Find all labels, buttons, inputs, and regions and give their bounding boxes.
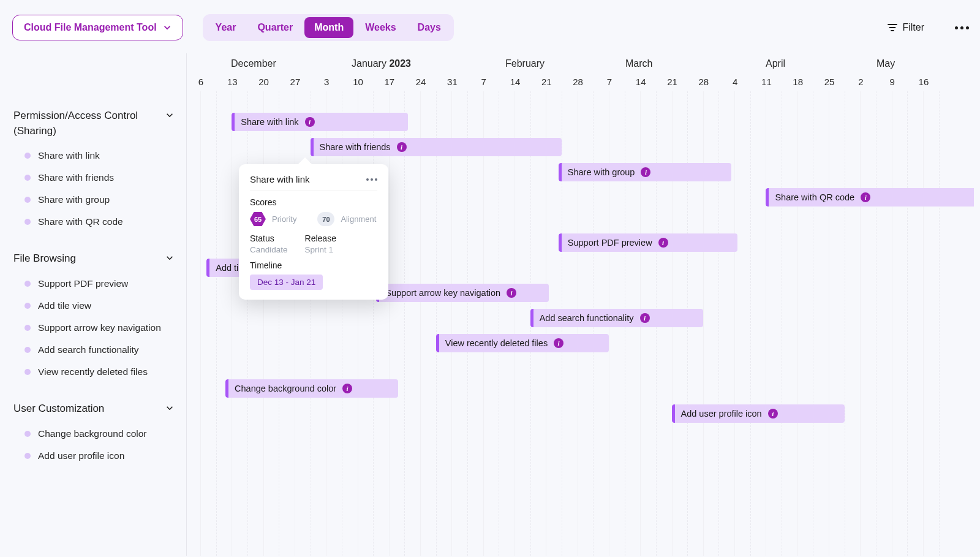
bullet-icon	[24, 347, 31, 353]
gantt-bar[interactable]: Change background colori	[225, 379, 398, 398]
day-label: 18	[791, 77, 805, 87]
day-label: 9	[886, 77, 899, 87]
bullet-icon	[24, 219, 31, 225]
project-name: Cloud File Management Tool	[24, 22, 157, 33]
gantt-bar-label: Share with link	[241, 117, 298, 127]
group-title: Permission/Access Control (Sharing)	[13, 108, 151, 138]
day-label: 21	[540, 77, 553, 87]
release-value: Sprint 1	[305, 245, 336, 254]
gantt-bar[interactable]: Share with QR codei	[766, 188, 974, 207]
gantt-bar-label: View recently deleted files	[445, 338, 548, 348]
alignment-score-badge: 70	[317, 212, 334, 226]
popover-more-menu[interactable]	[366, 178, 377, 181]
day-label: 21	[666, 77, 679, 87]
more-menu[interactable]	[950, 21, 974, 34]
info-icon[interactable]: i	[397, 142, 407, 152]
bullet-icon	[24, 281, 31, 287]
gantt-bar[interactable]: Support arrow key navigationi	[376, 284, 549, 302]
sidebar-item[interactable]: Add tile view	[13, 295, 186, 317]
group-title: File Browsing	[13, 251, 76, 267]
info-icon[interactable]: i	[342, 384, 352, 393]
sidebar-item[interactable]: Share with link	[13, 145, 186, 167]
filter-label: Filter	[902, 22, 924, 33]
gantt-bar-label: Share with group	[568, 167, 635, 177]
info-icon[interactable]: i	[305, 117, 315, 127]
toolbar: Cloud File Management Tool Year Quarter …	[12, 14, 974, 41]
gantt-bar[interactable]: Support PDF previewi	[559, 233, 737, 252]
sidebar-item[interactable]: Add user profile icon	[13, 445, 186, 467]
sidebar-item[interactable]: Support PDF preview	[13, 273, 186, 295]
bullet-icon	[24, 325, 31, 331]
day-label: 14	[634, 77, 647, 87]
gantt-bar[interactable]: Share with friendsi	[311, 138, 562, 156]
bullet-icon	[24, 431, 31, 437]
group-header[interactable]: Permission/Access Control (Sharing)	[13, 102, 186, 145]
month-label: March	[625, 58, 652, 69]
info-icon[interactable]: i	[658, 238, 668, 248]
gantt-bar[interactable]: View recently deleted filesi	[436, 334, 609, 352]
gantt-bar[interactable]: Share with linki	[232, 113, 407, 131]
group-header[interactable]: File Browsing	[13, 245, 186, 273]
bullet-icon	[24, 153, 31, 159]
gantt-bar-label: Add user profile icon	[681, 409, 762, 419]
popover-title: Share with link	[250, 174, 310, 184]
bullet-icon	[24, 369, 31, 375]
view-days[interactable]: Days	[408, 17, 451, 38]
day-label: 11	[760, 77, 773, 87]
content: Permission/Access Control (Sharing)Share…	[12, 53, 974, 556]
priority-score-badge: 65	[250, 212, 266, 226]
alignment-score-label: Alignment	[341, 214, 376, 224]
day-label: 28	[697, 77, 710, 87]
timeline-value[interactable]: Dec 13 - Jan 21	[250, 275, 323, 290]
project-selector[interactable]: Cloud File Management Tool	[12, 15, 183, 40]
chevron-down-icon	[163, 23, 172, 32]
sidebar-item[interactable]: Support arrow key navigation	[13, 317, 186, 339]
day-label: 4	[728, 77, 742, 87]
day-label: 25	[823, 77, 836, 87]
gantt-bar[interactable]: Share with groupi	[559, 163, 731, 181]
status-value: Candidate	[250, 245, 288, 254]
view-year[interactable]: Year	[206, 17, 246, 38]
view-quarter[interactable]: Quarter	[247, 17, 303, 38]
sidebar-item[interactable]: Share with friends	[13, 167, 186, 189]
chevron-down-icon	[165, 254, 174, 262]
month-label: February	[505, 58, 545, 69]
app-root: Cloud File Management Tool Year Quarter …	[0, 0, 980, 556]
view-switch: Year Quarter Month Weeks Days	[203, 14, 454, 41]
sidebar-item[interactable]: Share with QR code	[13, 211, 186, 233]
bullet-icon	[24, 303, 31, 309]
sidebar-item[interactable]: Share with group	[13, 189, 186, 211]
info-icon[interactable]: i	[640, 313, 650, 323]
timeline-label: Timeline	[250, 260, 377, 270]
info-icon[interactable]: i	[554, 338, 564, 348]
gantt-bar[interactable]: Add user profile iconi	[672, 404, 845, 423]
sidebar-item[interactable]: Change background color	[13, 423, 186, 445]
info-icon[interactable]: i	[507, 288, 516, 298]
chevron-down-icon	[165, 404, 174, 412]
sidebar-item-label: Share with friends	[38, 172, 114, 183]
filter-button[interactable]: Filter	[881, 18, 930, 37]
day-label: 13	[225, 77, 239, 87]
day-label: 10	[352, 77, 365, 87]
view-weeks[interactable]: Weeks	[355, 17, 405, 38]
day-label: 17	[383, 77, 396, 87]
gantt-bar-label: Support PDF preview	[568, 238, 652, 248]
gantt-bar-label: Add search functionality	[540, 313, 634, 323]
info-icon[interactable]: i	[861, 192, 870, 202]
bullet-icon	[24, 453, 31, 459]
group-header[interactable]: User Customization	[13, 395, 186, 423]
gantt-bar-label: Change background color	[235, 384, 336, 393]
month-label: January 2023	[352, 58, 411, 69]
sidebar-item-label: Share with link	[38, 150, 100, 161]
view-month[interactable]: Month	[304, 17, 353, 38]
status-label: Status	[250, 233, 288, 243]
sidebar-item[interactable]: Add search functionality	[13, 339, 186, 361]
filter-icon	[888, 23, 897, 32]
month-label: April	[766, 58, 785, 69]
sidebar-item[interactable]: View recently deleted files	[13, 361, 186, 383]
gantt-bar[interactable]: Add search functionalityi	[530, 309, 703, 327]
info-icon[interactable]: i	[768, 409, 778, 419]
sidebar: Permission/Access Control (Sharing)Share…	[12, 53, 187, 556]
day-label: 14	[508, 77, 522, 87]
info-icon[interactable]: i	[641, 167, 650, 177]
